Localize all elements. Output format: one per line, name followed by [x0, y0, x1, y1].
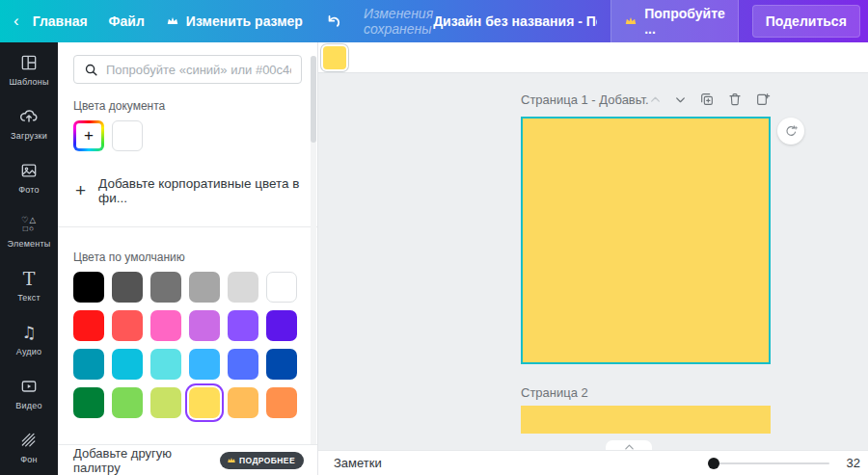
sidebar-item-audio[interactable]: ♫ Аудио: [0, 312, 58, 366]
try-pro-button[interactable]: Попробуйте ...: [610, 0, 739, 45]
page2-title[interactable]: Страница 2: [521, 385, 588, 400]
page1-title[interactable]: Страница 1 - Добавьт...: [521, 92, 648, 107]
color-swatch[interactable]: [266, 387, 297, 418]
color-swatch[interactable]: [150, 387, 181, 418]
divider: [58, 226, 317, 227]
color-swatch[interactable]: [189, 272, 220, 303]
design-title[interactable]: Дизайн без названия - Пост...: [433, 13, 597, 29]
music-note-icon: ♫: [21, 322, 36, 343]
add-palette-link[interactable]: Добавьте другую палитру: [73, 446, 220, 475]
color-swatch[interactable]: [150, 310, 181, 341]
color-swatch[interactable]: [73, 272, 104, 303]
templates-icon: [19, 52, 39, 73]
file-menu-button[interactable]: Файл: [109, 13, 145, 29]
color-swatch[interactable]: [189, 349, 220, 380]
sidebar-item-uploads[interactable]: Загрузки: [0, 96, 58, 150]
zoom-slider-track: [708, 462, 829, 464]
plus-icon: +: [75, 180, 86, 201]
pro-details-badge[interactable]: ПОДРОБНЕЕ: [220, 452, 304, 469]
color-swatch[interactable]: [266, 310, 297, 341]
page1-canvas[interactable]: [521, 117, 771, 364]
page2-canvas[interactable]: [521, 406, 771, 434]
color-swatch-selected[interactable]: [189, 387, 220, 418]
bottom-bar: Заметки 32: [318, 450, 868, 475]
move-page-up-icon: [649, 93, 662, 106]
color-panel: Цвета документа + + Добавьте корпоративн…: [58, 42, 318, 475]
color-swatch[interactable]: [189, 310, 220, 341]
sidebar-item-video[interactable]: Видео: [0, 366, 58, 420]
default-colors-label: Цвета по умолчанию: [73, 251, 302, 264]
resize-button[interactable]: Изменить размер: [166, 13, 303, 29]
color-swatch[interactable]: [228, 272, 258, 303]
sidebar-item-elements[interactable]: ♡△□○ Элементы: [0, 204, 58, 258]
color-swatch[interactable]: [112, 349, 143, 380]
save-status: Изменения сохранены: [364, 6, 433, 37]
background-icon: [19, 430, 39, 451]
color-swatch[interactable]: [73, 349, 104, 380]
plus-icon: +: [76, 123, 101, 148]
color-swatch[interactable]: [228, 349, 258, 380]
sidebar-item-text[interactable]: T Текст: [0, 258, 58, 312]
default-colors-grid: [73, 272, 302, 418]
zoom-value: 32: [847, 456, 860, 470]
add-brand-colors-button[interactable]: + Добавьте корпоративные цвета в фи...: [75, 176, 302, 205]
undo-button[interactable]: [324, 13, 342, 31]
color-swatch[interactable]: [150, 349, 181, 380]
color-search-box[interactable]: [73, 55, 302, 84]
sidebar-nav: Шаблоны Загрузки Фото ♡△□○ Элементы T Те…: [0, 42, 58, 475]
add-color-button[interactable]: +: [73, 120, 104, 151]
crown-icon: [166, 14, 179, 28]
video-icon: [19, 376, 39, 397]
notes-button[interactable]: Заметки: [334, 456, 382, 470]
elements-icon: ♡△□○: [21, 214, 37, 235]
color-swatch[interactable]: [112, 310, 143, 341]
crown-icon: [624, 14, 637, 28]
sidebar-item-photos[interactable]: Фото: [0, 150, 58, 204]
crown-icon: [227, 456, 236, 465]
zoom-slider-knob[interactable]: [708, 458, 719, 469]
color-swatch[interactable]: [73, 310, 104, 341]
delete-page-icon[interactable]: [727, 92, 743, 107]
share-button[interactable]: Поделиться: [752, 5, 860, 38]
top-bar: ‹ Главная Файл Изменить размер Изменения…: [0, 0, 868, 42]
color-swatch[interactable]: [228, 387, 258, 418]
canvas-workspace: Страница 1 - Добавьт...: [318, 42, 868, 475]
sidebar-item-templates[interactable]: Шаблоны: [0, 42, 58, 96]
search-icon: [84, 63, 98, 77]
fill-color-chip[interactable]: [323, 46, 346, 69]
color-swatch[interactable]: [150, 272, 181, 303]
color-swatch[interactable]: [266, 349, 297, 380]
duplicate-page-icon[interactable]: [699, 92, 715, 107]
upload-cloud-icon: [18, 106, 40, 127]
color-search-input[interactable]: [106, 63, 291, 77]
sidebar-item-background[interactable]: Фон: [0, 420, 58, 474]
color-swatch[interactable]: [228, 310, 258, 341]
back-icon[interactable]: ‹: [14, 12, 19, 31]
rotate-page-button[interactable]: [777, 118, 804, 145]
photo-icon: [19, 160, 39, 181]
add-page-icon[interactable]: [755, 92, 771, 107]
rotate-icon: [784, 124, 799, 139]
color-swatch[interactable]: [73, 387, 104, 418]
text-icon: T: [23, 268, 36, 289]
document-color-swatch[interactable]: [112, 120, 143, 151]
panel-scrollbar[interactable]: [311, 56, 316, 461]
document-colors-label: Цвета документа: [73, 99, 302, 113]
color-swatch[interactable]: [112, 387, 143, 418]
move-page-down-icon[interactable]: [674, 93, 687, 106]
color-swatch[interactable]: [266, 272, 297, 303]
undo-icon: [324, 13, 342, 31]
color-swatch[interactable]: [112, 272, 143, 303]
zoom-slider[interactable]: [708, 458, 829, 469]
canvas-toolbar: [318, 42, 868, 73]
home-button[interactable]: Главная: [33, 13, 88, 29]
